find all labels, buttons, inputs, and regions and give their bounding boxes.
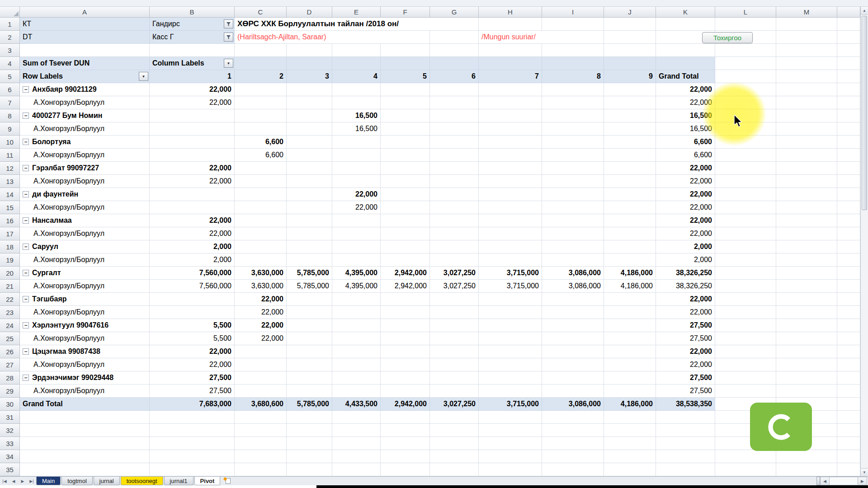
cell-L24[interactable] [715,319,776,332]
collapse-minus-icon[interactable]: − [23,139,29,145]
cell-J6[interactable] [604,83,656,96]
cell-M1[interactable] [776,18,837,31]
pivot-group-label-2[interactable]: −Болортуяа [20,136,150,149]
cell-M21[interactable] [776,280,837,293]
cell-I35[interactable] [542,463,604,476]
cell-C24[interactable]: 22,000 [235,319,287,332]
cell-B23[interactable] [150,306,235,319]
cell-M13[interactable] [776,175,837,188]
cell-D24[interactable] [287,319,332,332]
cell-B20[interactable]: 7,560,000 [150,267,235,280]
cell-F15[interactable] [381,201,430,214]
cell-C22[interactable]: 22,000 [235,293,287,306]
cell-I15[interactable] [542,201,604,214]
cell-E13[interactable] [332,175,381,188]
cell-C32[interactable] [235,424,287,437]
cell-F24[interactable] [381,319,430,332]
cell-C10[interactable]: 6,600 [235,136,287,149]
cell-B12[interactable]: 22,000 [150,162,235,175]
column-header-J[interactable]: J [604,7,656,18]
cell-E19[interactable] [332,253,381,267]
hscroll-left-icon[interactable]: ◀ [820,477,830,485]
cell-J24[interactable] [604,319,656,332]
pivot-col-header-3[interactable]: 3 [287,70,332,83]
cell-J18[interactable] [604,240,656,253]
cell-I1[interactable] [542,18,604,31]
cell-B32[interactable] [150,424,235,437]
pivot-value-field[interactable]: Sum of Tsever DUN [20,57,150,70]
row-header-12[interactable]: 12 [0,162,20,175]
cell-B10[interactable] [150,136,235,149]
cell-partial-35[interactable] [837,463,860,476]
cell-M22[interactable] [776,293,837,306]
cell-partial-21[interactable] [837,280,860,293]
cell-G32[interactable] [430,424,479,437]
cell-J12[interactable] [604,162,656,175]
cell-B21[interactable]: 7,560,000 [150,280,235,293]
cell-I26[interactable] [542,345,604,358]
cell-M9[interactable] [776,122,837,136]
pivot-group-label-3[interactable]: −Гэрэлбат 99097227 [20,162,150,175]
cell-J10[interactable] [604,136,656,149]
cell-I7[interactable] [542,96,604,109]
cell-M6[interactable] [776,83,837,96]
cell-K27[interactable]: 22,000 [656,358,715,371]
cell-J27[interactable] [604,358,656,371]
cell-I9[interactable] [542,122,604,136]
vertical-scrollbar[interactable]: ▲ ▼ [860,7,868,476]
cell-M17[interactable] [776,227,837,240]
cell-M27[interactable] [776,358,837,371]
cell-D19[interactable] [287,253,332,267]
cell-K22[interactable]: 22,000 [656,293,715,306]
cell-B28[interactable]: 27,500 [150,371,235,385]
cell-partial-3[interactable] [837,44,860,57]
cell-I18[interactable] [542,240,604,253]
pivot-detail-label-1[interactable]: А.Хонгорзул/Борлуул [20,122,150,136]
row-header-9[interactable]: 9 [0,122,20,136]
cell-H23[interactable] [479,306,542,319]
cell-E20[interactable]: 4,395,000 [332,267,381,280]
cell-C29[interactable] [235,385,287,398]
cell-H13[interactable] [479,175,542,188]
row-header-31[interactable]: 31 [0,411,20,424]
sheet-tab-jurnal1[interactable]: jurnal1 [164,477,193,485]
pivot-col-header-1[interactable]: 1 [150,70,235,83]
row-header-17[interactable]: 17 [0,227,20,240]
cell-B6[interactable]: 22,000 [150,83,235,96]
cell-D29[interactable] [287,385,332,398]
cell-F17[interactable] [381,227,430,240]
cell-H1[interactable] [479,18,542,31]
cell-F26[interactable] [381,345,430,358]
cell-J3[interactable] [604,44,656,57]
cell-D26[interactable] [287,345,332,358]
cell-M28[interactable] [776,371,837,385]
pivot-group-label-7[interactable]: −Сургалт [20,267,150,280]
cell-F35[interactable] [381,463,430,476]
pivot-detail-label-5[interactable]: А.Хонгорзул/Борлуул [20,227,150,240]
cell-A34[interactable] [20,450,150,463]
pivot-group-label-11[interactable]: −Эрдэнэчимэг 99029448 [20,371,150,385]
cell-F33[interactable] [381,437,430,450]
cell-D34[interactable] [287,450,332,463]
cell-M4[interactable] [776,57,837,70]
cell-J4[interactable] [604,57,656,70]
cell-L23[interactable] [715,306,776,319]
cell-K6[interactable]: 22,000 [656,83,715,96]
cell-J21[interactable]: 4,186,000 [604,280,656,293]
cell-K19[interactable]: 2,000 [656,253,715,267]
cell-L4[interactable] [715,57,776,70]
cell-K26[interactable]: 22,000 [656,345,715,358]
cell-E32[interactable] [332,424,381,437]
pivot-group-label-10[interactable]: −Цэцэгмаа 99087438 [20,345,150,358]
cell-L13[interactable] [715,175,776,188]
vertical-scroll-thumb[interactable] [862,16,867,210]
cell-C30[interactable]: 3,680,600 [235,398,287,411]
insert-worksheet-icon[interactable] [221,477,235,485]
cell-K7[interactable]: 22,000 [656,96,715,109]
cell-J14[interactable] [604,188,656,201]
pivot-col-header-8[interactable]: 8 [542,70,604,83]
cell-partial-8[interactable] [837,109,860,122]
cell-partial-26[interactable] [837,345,860,358]
cell-G17[interactable] [430,227,479,240]
cell-H7[interactable] [479,96,542,109]
